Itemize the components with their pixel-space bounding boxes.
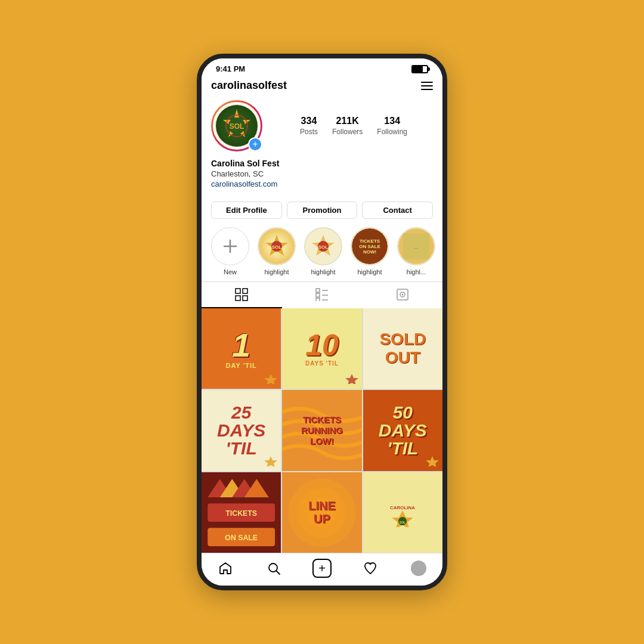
svg-text:NOW!: NOW! <box>363 249 376 255</box>
nav-add-post[interactable]: + <box>310 559 334 577</box>
status-time: 9:41 PM <box>216 64 245 73</box>
grid-cell-6[interactable]: 50DAYS'TIL <box>363 390 442 470</box>
following-stat: 134 Following <box>377 116 407 136</box>
story-hl3-circle: TICKETS ON SALE NOW! <box>351 227 389 265</box>
svg-marker-33 <box>345 374 358 384</box>
phone-frame: 9:41 PM carolinasolfest <box>197 54 447 590</box>
svg-text:...: ... <box>414 244 419 250</box>
svg-text:SOL: SOL <box>230 122 244 131</box>
svg-text:ON SALE: ON SALE <box>225 533 258 541</box>
svg-text:TICKETS: TICKETS <box>225 509 257 517</box>
app-header: carolinasolfest <box>202 76 442 98</box>
svg-rect-22 <box>243 296 247 301</box>
story-highlight-1[interactable]: SOL highlight <box>258 227 296 275</box>
story-hl2-circle: SOL <box>304 227 342 265</box>
story-highlight-2[interactable]: SOL highlight <box>304 227 342 275</box>
profile-location: Charleston, SC <box>211 169 433 178</box>
profile-nav-avatar <box>411 561 426 576</box>
story-new-label: New <box>224 268 237 275</box>
grid-cell-7[interactable]: TICKETS ON SALE <box>202 472 281 553</box>
nav-home[interactable] <box>213 559 237 577</box>
grid-cell-8[interactable]: LINEUP <box>282 472 361 553</box>
posts-grid: 1 DAY 'TIL 10 DAYS 'TIL <box>202 308 442 553</box>
grid-cell-4[interactable]: 25DAYS'TIL <box>202 390 281 470</box>
svg-marker-32 <box>264 374 277 384</box>
svg-marker-34 <box>264 456 277 466</box>
posts-label: Posts <box>300 128 318 136</box>
grid-cell-9[interactable]: CAROLINA SOL <box>363 472 442 553</box>
grid-cell-5[interactable]: TICKETSRUNNINGLOW! <box>282 390 361 470</box>
story-highlight-4[interactable]: ... highl... <box>397 227 435 275</box>
story-hl2-label: highlight <box>311 268 336 275</box>
add-post-icon: + <box>312 559 332 578</box>
stories-row: New SOL highlight <box>202 219 442 281</box>
svg-text:SOL: SOL <box>318 244 329 250</box>
action-buttons: Edit Profile Promotion Contact <box>211 202 433 219</box>
svg-rect-19 <box>236 289 240 293</box>
following-label: Following <box>377 128 407 136</box>
status-bar: 9:41 PM <box>202 58 442 76</box>
add-story-button[interactable]: + <box>248 137 262 151</box>
svg-rect-21 <box>236 296 240 301</box>
svg-text:SOL: SOL <box>272 244 282 250</box>
following-count: 134 <box>384 116 400 126</box>
avatar-wrap: SOL + <box>211 100 262 151</box>
nav-search[interactable] <box>262 559 286 577</box>
svg-text:ON SALE: ON SALE <box>359 244 380 249</box>
svg-marker-35 <box>426 456 439 466</box>
nav-profile[interactable] <box>407 559 431 577</box>
svg-point-31 <box>401 294 403 296</box>
svg-rect-27 <box>316 298 320 301</box>
svg-rect-20 <box>243 289 247 293</box>
menu-button[interactable] <box>421 82 433 90</box>
followers-stat: 211K Followers <box>332 116 363 136</box>
edit-profile-button[interactable]: Edit Profile <box>211 202 282 219</box>
svg-rect-25 <box>316 293 320 297</box>
tab-tagged[interactable] <box>362 282 442 308</box>
story-highlight-3[interactable]: TICKETS ON SALE NOW! highlight <box>351 227 389 275</box>
story-hl3-label: highlight <box>358 268 382 275</box>
story-hl4-label: highl... <box>407 268 426 275</box>
profile-name: Carolina Sol Fest <box>211 159 433 168</box>
content-tabs <box>202 281 442 308</box>
followers-count: 211K <box>336 116 359 126</box>
profile-stats: 334 Posts 211K Followers 134 Following <box>274 116 433 136</box>
grid-cell-1[interactable]: 1 DAY 'TIL <box>202 308 281 389</box>
tab-list[interactable] <box>282 282 363 308</box>
followers-label: Followers <box>332 128 363 136</box>
svg-rect-23 <box>316 289 320 292</box>
posts-stat: 334 Posts <box>300 116 318 136</box>
battery-icon <box>411 65 428 73</box>
story-hl1-circle: SOL <box>258 227 296 265</box>
profile-website[interactable]: carolinasolfest.com <box>211 179 433 188</box>
promotion-button[interactable]: Promotion <box>287 202 358 219</box>
svg-text:CAROLINA: CAROLINA <box>390 505 415 510</box>
story-new-circle <box>211 227 249 265</box>
nav-heart[interactable] <box>358 559 382 577</box>
grid-cell-2[interactable]: 10 DAYS 'TIL <box>282 308 361 389</box>
svg-line-53 <box>277 571 280 575</box>
profile-section: SOL + 334 Posts 211K Follower <box>202 98 442 196</box>
tab-grid[interactable] <box>202 282 282 308</box>
story-new[interactable]: New <box>211 227 249 275</box>
svg-text:SOL: SOL <box>400 521 405 524</box>
bottom-nav: + <box>202 553 442 586</box>
story-hl1-label: highlight <box>265 268 289 275</box>
posts-count: 334 <box>301 116 317 126</box>
profile-username: carolinasolfest <box>211 79 287 92</box>
story-hl4-circle: ... <box>397 227 435 265</box>
grid-cell-3[interactable]: SOLD OUT <box>363 308 442 389</box>
svg-text:TICKETS: TICKETS <box>360 239 380 244</box>
contact-button[interactable]: Contact <box>362 202 433 219</box>
